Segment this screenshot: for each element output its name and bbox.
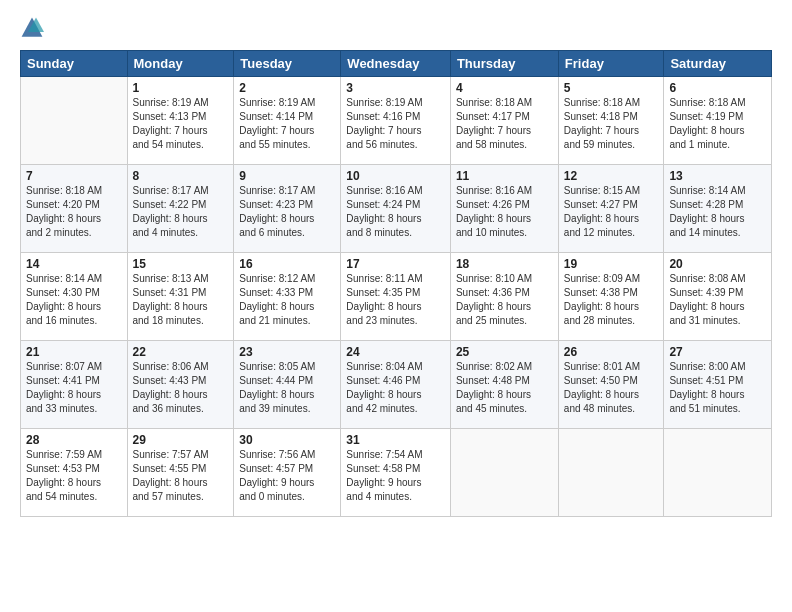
day-number: 31 — [346, 433, 445, 447]
cell-info: Sunrise: 7:59 AM Sunset: 4:53 PM Dayligh… — [26, 448, 122, 504]
cell-info: Sunrise: 8:10 AM Sunset: 4:36 PM Dayligh… — [456, 272, 553, 328]
header-wednesday: Wednesday — [341, 51, 451, 77]
day-number: 22 — [133, 345, 229, 359]
week-row-0: 1Sunrise: 8:19 AM Sunset: 4:13 PM Daylig… — [21, 77, 772, 165]
day-number: 23 — [239, 345, 335, 359]
cell-info: Sunrise: 8:14 AM Sunset: 4:30 PM Dayligh… — [26, 272, 122, 328]
cell-info: Sunrise: 8:06 AM Sunset: 4:43 PM Dayligh… — [133, 360, 229, 416]
day-cell: 11Sunrise: 8:16 AM Sunset: 4:26 PM Dayli… — [450, 165, 558, 253]
cell-info: Sunrise: 8:01 AM Sunset: 4:50 PM Dayligh… — [564, 360, 659, 416]
day-cell: 13Sunrise: 8:14 AM Sunset: 4:28 PM Dayli… — [664, 165, 772, 253]
day-number: 9 — [239, 169, 335, 183]
page-container: SundayMondayTuesdayWednesdayThursdayFrid… — [0, 0, 792, 527]
cell-info: Sunrise: 8:18 AM Sunset: 4:20 PM Dayligh… — [26, 184, 122, 240]
day-cell: 14Sunrise: 8:14 AM Sunset: 4:30 PM Dayli… — [21, 253, 128, 341]
day-number: 6 — [669, 81, 766, 95]
cell-info: Sunrise: 8:15 AM Sunset: 4:27 PM Dayligh… — [564, 184, 659, 240]
cell-info: Sunrise: 7:56 AM Sunset: 4:57 PM Dayligh… — [239, 448, 335, 504]
cell-info: Sunrise: 8:16 AM Sunset: 4:24 PM Dayligh… — [346, 184, 445, 240]
cell-info: Sunrise: 8:18 AM Sunset: 4:19 PM Dayligh… — [669, 96, 766, 152]
header-friday: Friday — [558, 51, 664, 77]
cell-info: Sunrise: 8:17 AM Sunset: 4:23 PM Dayligh… — [239, 184, 335, 240]
day-cell: 15Sunrise: 8:13 AM Sunset: 4:31 PM Dayli… — [127, 253, 234, 341]
cell-info: Sunrise: 8:19 AM Sunset: 4:13 PM Dayligh… — [133, 96, 229, 152]
day-cell — [450, 429, 558, 517]
header-tuesday: Tuesday — [234, 51, 341, 77]
day-number: 27 — [669, 345, 766, 359]
cell-info: Sunrise: 8:02 AM Sunset: 4:48 PM Dayligh… — [456, 360, 553, 416]
day-number: 12 — [564, 169, 659, 183]
day-number: 13 — [669, 169, 766, 183]
cell-info: Sunrise: 7:54 AM Sunset: 4:58 PM Dayligh… — [346, 448, 445, 504]
cell-info: Sunrise: 8:00 AM Sunset: 4:51 PM Dayligh… — [669, 360, 766, 416]
header-thursday: Thursday — [450, 51, 558, 77]
day-number: 8 — [133, 169, 229, 183]
day-cell: 25Sunrise: 8:02 AM Sunset: 4:48 PM Dayli… — [450, 341, 558, 429]
day-cell: 26Sunrise: 8:01 AM Sunset: 4:50 PM Dayli… — [558, 341, 664, 429]
day-cell: 18Sunrise: 8:10 AM Sunset: 4:36 PM Dayli… — [450, 253, 558, 341]
day-number: 5 — [564, 81, 659, 95]
day-number: 25 — [456, 345, 553, 359]
cell-info: Sunrise: 8:14 AM Sunset: 4:28 PM Dayligh… — [669, 184, 766, 240]
day-number: 29 — [133, 433, 229, 447]
cell-info: Sunrise: 8:13 AM Sunset: 4:31 PM Dayligh… — [133, 272, 229, 328]
day-number: 18 — [456, 257, 553, 271]
day-number: 15 — [133, 257, 229, 271]
cell-info: Sunrise: 8:19 AM Sunset: 4:14 PM Dayligh… — [239, 96, 335, 152]
day-cell: 3Sunrise: 8:19 AM Sunset: 4:16 PM Daylig… — [341, 77, 451, 165]
day-number: 26 — [564, 345, 659, 359]
logo — [20, 16, 48, 40]
day-number: 30 — [239, 433, 335, 447]
week-row-1: 7Sunrise: 8:18 AM Sunset: 4:20 PM Daylig… — [21, 165, 772, 253]
day-number: 11 — [456, 169, 553, 183]
day-number: 28 — [26, 433, 122, 447]
day-cell: 10Sunrise: 8:16 AM Sunset: 4:24 PM Dayli… — [341, 165, 451, 253]
day-cell: 12Sunrise: 8:15 AM Sunset: 4:27 PM Dayli… — [558, 165, 664, 253]
day-cell: 1Sunrise: 8:19 AM Sunset: 4:13 PM Daylig… — [127, 77, 234, 165]
day-number: 2 — [239, 81, 335, 95]
cell-info: Sunrise: 8:16 AM Sunset: 4:26 PM Dayligh… — [456, 184, 553, 240]
cell-info: Sunrise: 8:08 AM Sunset: 4:39 PM Dayligh… — [669, 272, 766, 328]
day-cell: 21Sunrise: 8:07 AM Sunset: 4:41 PM Dayli… — [21, 341, 128, 429]
cell-info: Sunrise: 8:05 AM Sunset: 4:44 PM Dayligh… — [239, 360, 335, 416]
logo-icon — [20, 16, 44, 40]
header-monday: Monday — [127, 51, 234, 77]
day-cell: 6Sunrise: 8:18 AM Sunset: 4:19 PM Daylig… — [664, 77, 772, 165]
cell-info: Sunrise: 8:18 AM Sunset: 4:18 PM Dayligh… — [564, 96, 659, 152]
day-number: 20 — [669, 257, 766, 271]
cell-info: Sunrise: 8:18 AM Sunset: 4:17 PM Dayligh… — [456, 96, 553, 152]
header-row-days: SundayMondayTuesdayWednesdayThursdayFrid… — [21, 51, 772, 77]
day-cell: 5Sunrise: 8:18 AM Sunset: 4:18 PM Daylig… — [558, 77, 664, 165]
day-number: 1 — [133, 81, 229, 95]
day-number: 17 — [346, 257, 445, 271]
cell-info: Sunrise: 8:09 AM Sunset: 4:38 PM Dayligh… — [564, 272, 659, 328]
cell-info: Sunrise: 8:04 AM Sunset: 4:46 PM Dayligh… — [346, 360, 445, 416]
day-cell: 20Sunrise: 8:08 AM Sunset: 4:39 PM Dayli… — [664, 253, 772, 341]
day-cell: 16Sunrise: 8:12 AM Sunset: 4:33 PM Dayli… — [234, 253, 341, 341]
day-cell — [558, 429, 664, 517]
day-cell: 17Sunrise: 8:11 AM Sunset: 4:35 PM Dayli… — [341, 253, 451, 341]
calendar-table: SundayMondayTuesdayWednesdayThursdayFrid… — [20, 50, 772, 517]
cell-info: Sunrise: 8:12 AM Sunset: 4:33 PM Dayligh… — [239, 272, 335, 328]
cell-info: Sunrise: 8:19 AM Sunset: 4:16 PM Dayligh… — [346, 96, 445, 152]
day-cell: 8Sunrise: 8:17 AM Sunset: 4:22 PM Daylig… — [127, 165, 234, 253]
cell-info: Sunrise: 7:57 AM Sunset: 4:55 PM Dayligh… — [133, 448, 229, 504]
day-cell: 28Sunrise: 7:59 AM Sunset: 4:53 PM Dayli… — [21, 429, 128, 517]
day-cell: 4Sunrise: 8:18 AM Sunset: 4:17 PM Daylig… — [450, 77, 558, 165]
day-cell: 23Sunrise: 8:05 AM Sunset: 4:44 PM Dayli… — [234, 341, 341, 429]
day-number: 19 — [564, 257, 659, 271]
header-saturday: Saturday — [664, 51, 772, 77]
day-number: 16 — [239, 257, 335, 271]
day-cell: 9Sunrise: 8:17 AM Sunset: 4:23 PM Daylig… — [234, 165, 341, 253]
header-row — [20, 16, 772, 40]
day-cell: 30Sunrise: 7:56 AM Sunset: 4:57 PM Dayli… — [234, 429, 341, 517]
day-cell: 27Sunrise: 8:00 AM Sunset: 4:51 PM Dayli… — [664, 341, 772, 429]
cell-info: Sunrise: 8:07 AM Sunset: 4:41 PM Dayligh… — [26, 360, 122, 416]
day-number: 10 — [346, 169, 445, 183]
week-row-4: 28Sunrise: 7:59 AM Sunset: 4:53 PM Dayli… — [21, 429, 772, 517]
day-number: 14 — [26, 257, 122, 271]
day-cell: 22Sunrise: 8:06 AM Sunset: 4:43 PM Dayli… — [127, 341, 234, 429]
header-sunday: Sunday — [21, 51, 128, 77]
week-row-2: 14Sunrise: 8:14 AM Sunset: 4:30 PM Dayli… — [21, 253, 772, 341]
day-cell: 2Sunrise: 8:19 AM Sunset: 4:14 PM Daylig… — [234, 77, 341, 165]
